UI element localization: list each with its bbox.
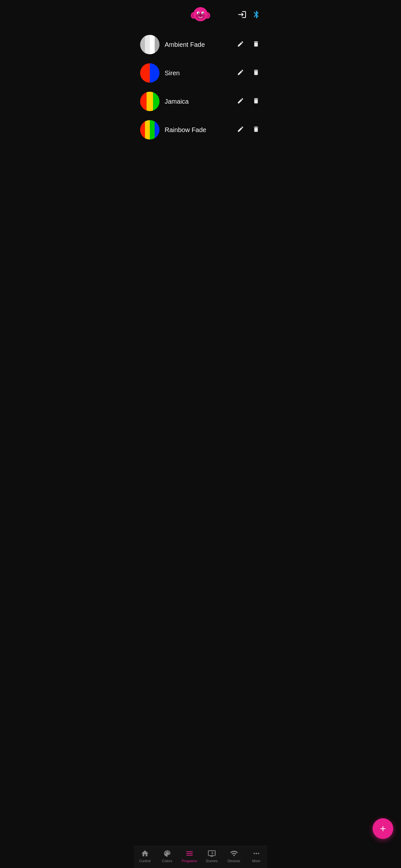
stripe <box>155 35 159 54</box>
program-icon-rainbow-fade <box>140 120 159 140</box>
list-item: Jamaica <box>134 87 267 116</box>
nav-item-more[interactable]: More <box>247 849 266 863</box>
list-item: Ambient Fade <box>134 30 267 59</box>
stripe <box>140 63 150 83</box>
program-name: Ambient Fade <box>165 41 230 49</box>
more-icon <box>252 849 260 858</box>
login-button[interactable] <box>238 10 247 20</box>
list-item: Rainbow Fade <box>134 116 267 144</box>
nav-item-programs[interactable]: Programs <box>181 849 198 863</box>
stripe <box>153 92 159 111</box>
program-icon-jamaica <box>140 92 159 111</box>
bluetooth-icon <box>252 10 261 19</box>
stripe <box>145 35 150 54</box>
color-stripes <box>140 63 159 83</box>
bluetooth-button[interactable] <box>252 10 261 20</box>
stripe <box>140 92 147 111</box>
header-icons <box>238 10 261 20</box>
stripe <box>140 120 145 140</box>
delete-icon <box>252 126 259 133</box>
programs-icon <box>185 849 194 858</box>
login-icon <box>238 10 247 19</box>
program-icon-ambient-fade <box>140 35 159 54</box>
edit-icon <box>237 40 244 48</box>
nav-label-devices: Devices <box>227 859 240 863</box>
stripe <box>150 63 159 83</box>
programs-list: Ambient Fade Siren <box>134 27 267 868</box>
stripe <box>147 92 153 111</box>
stripe <box>140 35 145 54</box>
stripe <box>150 35 155 54</box>
edit-icon <box>237 69 244 76</box>
svg-point-11 <box>199 15 200 16</box>
palette-icon <box>163 849 172 858</box>
svg-point-8 <box>198 12 199 14</box>
list-item: Siren <box>134 59 267 87</box>
scenes-icon <box>208 849 216 858</box>
svg-point-9 <box>203 12 204 14</box>
nav-label-scenes: Scenes <box>206 859 218 863</box>
edit-button[interactable] <box>236 96 245 107</box>
devices-icon <box>230 849 238 858</box>
header <box>134 0 267 27</box>
stripe <box>150 120 155 140</box>
bottom-nav: Control Colors Programs Scenes Devices M… <box>134 846 267 868</box>
stripe <box>155 120 159 140</box>
nav-item-control[interactable]: Control <box>136 849 154 863</box>
stripe <box>145 120 150 140</box>
color-stripes <box>140 120 159 140</box>
delete-button[interactable] <box>251 67 261 79</box>
program-icon-siren <box>140 63 159 83</box>
svg-point-10 <box>199 14 202 17</box>
program-actions <box>236 96 261 107</box>
edit-icon <box>237 126 244 133</box>
program-actions <box>236 39 261 51</box>
edit-icon <box>237 97 244 104</box>
program-actions <box>236 124 261 135</box>
nav-label-colors: Colors <box>162 859 173 863</box>
svg-point-12 <box>201 15 202 16</box>
delete-icon <box>252 40 259 48</box>
delete-button[interactable] <box>251 124 261 135</box>
edit-button[interactable] <box>236 39 245 51</box>
nav-label-control: Control <box>139 859 150 863</box>
color-stripes <box>140 35 159 54</box>
delete-icon <box>252 97 259 104</box>
delete-button[interactable] <box>251 96 261 107</box>
nav-label-programs: Programs <box>182 859 197 863</box>
nav-item-colors[interactable]: Colors <box>158 849 176 863</box>
program-name: Rainbow Fade <box>165 126 230 134</box>
program-name: Jamaica <box>165 98 230 105</box>
program-actions <box>236 67 261 79</box>
nav-label-more: More <box>252 859 260 863</box>
program-name: Siren <box>165 69 230 77</box>
edit-button[interactable] <box>236 67 245 79</box>
home-icon <box>141 849 149 858</box>
nav-item-devices[interactable]: Devices <box>225 849 243 863</box>
app-logo <box>191 5 210 25</box>
delete-button[interactable] <box>251 39 261 51</box>
edit-button[interactable] <box>236 124 245 135</box>
delete-icon <box>252 69 259 76</box>
monkey-logo-icon <box>191 5 210 25</box>
nav-item-scenes[interactable]: Scenes <box>203 849 221 863</box>
color-stripes <box>140 92 159 111</box>
